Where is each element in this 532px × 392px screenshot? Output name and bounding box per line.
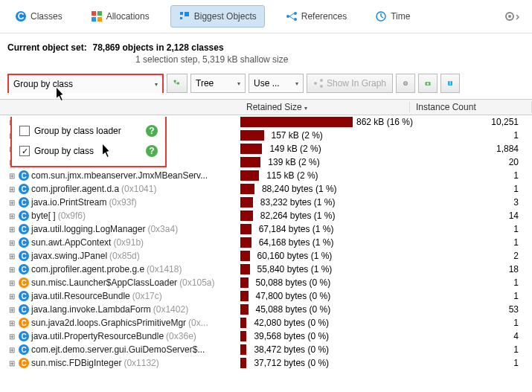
tab-classes[interactable]: CClasses xyxy=(7,6,70,27)
expand-icon[interactable]: ⊞ xyxy=(7,279,16,287)
size-text: 39,568 bytes (0 %) xyxy=(249,331,329,341)
address: (0x9f6) xyxy=(58,211,86,221)
summary-panel: Current object set: 78,869 objects in 2,… xyxy=(0,33,532,68)
table-row[interactable]: ⊞Ccom.jprofiler.agent.probe.g.e (0x1418)… xyxy=(0,263,532,276)
class-name: java.util.ResourceBundle xyxy=(31,291,130,301)
chevron-down-icon: ▾ xyxy=(237,80,240,87)
tab-allocations[interactable]: Allocations xyxy=(83,6,157,27)
instance-count: 1 xyxy=(410,358,532,368)
dropdown-item-class[interactable]: ✓ Group by class ? xyxy=(13,141,164,161)
instance-count: 1,884 xyxy=(410,144,532,154)
info-button[interactable]: i xyxy=(440,74,460,93)
size-text: 45,088 bytes (0 %) xyxy=(251,304,331,315)
settings-button[interactable] xyxy=(504,10,525,22)
svg-point-27 xyxy=(405,83,406,84)
table-row[interactable]: ⊞Cbyte[ ] (0x9f6)82,264 bytes (1 %)14 xyxy=(0,209,532,222)
table-row[interactable]: ⊞Csun.awt.AppContext (0x91b)64,168 bytes… xyxy=(0,236,532,249)
expand-icon[interactable]: ⊞ xyxy=(7,292,16,301)
table-row[interactable]: ⊞Cjava.io.PrintStream (0x93f)83,232 byte… xyxy=(0,196,532,209)
address: (0x105a) xyxy=(179,277,214,288)
snapshot-button[interactable] xyxy=(418,74,438,93)
table-row[interactable]: ⊞Csun.misc.FDBigInteger (0x1132)37,712 b… xyxy=(0,356,532,370)
tree-view-icon-button[interactable] xyxy=(167,74,188,93)
class-name: com.jprofiler.agent.probe.g.e xyxy=(31,264,144,274)
svg-rect-2 xyxy=(92,11,96,16)
size-text: 88,240 bytes (1 %) xyxy=(257,184,337,194)
class-name: sun.awt.AppContext xyxy=(31,237,111,248)
table-row[interactable]: ⊞Cjava.util.PropertyResourceBundle (0x36… xyxy=(0,330,532,343)
size-bar xyxy=(240,130,264,141)
svg-point-29 xyxy=(427,83,429,85)
table-row[interactable]: ⊞Cjava.util.logging.LogManager (0x3a4)67… xyxy=(0,222,532,236)
table-row[interactable]: ⊞Cjavax.swing.JPanel (0x85d)60,160 bytes… xyxy=(0,249,532,263)
class-name: com.jprofiler.agent.d.a xyxy=(31,184,119,194)
toolbar: Group by class▾ Tree▾ Use ...▾ Show In G… xyxy=(0,68,532,99)
class-name: java.io.PrintStream xyxy=(31,197,106,208)
class-icon: C xyxy=(19,184,29,194)
expand-icon[interactable]: ⊞ xyxy=(7,359,16,367)
expand-icon[interactable]: ⊞ xyxy=(7,172,16,180)
expand-icon[interactable]: ⊞ xyxy=(7,266,16,274)
size-text: 37,712 bytes (0 %) xyxy=(249,358,329,368)
table-row[interactable]: ⊞Cjava.lang.invoke.LambdaForm (0x1402)45… xyxy=(0,303,532,316)
table-row[interactable]: ⊞Csun.misc.Launcher$AppClassLoader (0x10… xyxy=(0,276,532,289)
size-bar xyxy=(240,304,249,315)
tab-classes-label: Classes xyxy=(31,11,63,22)
table-row[interactable]: ⊞Cjava.util.ResourceBundle (0x17c)47,800… xyxy=(0,289,532,303)
table-row[interactable]: ⊞Ccom.sun.jmx.mbeanserver.JmxMBeanServ..… xyxy=(0,169,532,182)
expand-icon[interactable]: ⊞ xyxy=(7,185,16,193)
tab-time[interactable]: Time xyxy=(368,6,417,27)
tab-references[interactable]: References xyxy=(278,6,354,27)
size-bar xyxy=(240,117,353,127)
size-bar xyxy=(240,251,250,261)
size-bar xyxy=(240,291,249,301)
address: (0x1402) xyxy=(153,304,188,315)
group-by-combo[interactable]: Group by class▾ xyxy=(7,74,164,93)
instance-count: 4 xyxy=(410,331,532,341)
tab-biggest-objects[interactable]: Biggest Objects xyxy=(170,5,265,28)
help-icon[interactable]: ? xyxy=(146,125,158,137)
expand-icon[interactable]: ⊞ xyxy=(7,319,16,327)
instance-count: 3 xyxy=(410,197,532,208)
size-bar xyxy=(240,184,254,194)
expand-icon[interactable]: ⊞ xyxy=(7,239,16,247)
use-combo[interactable]: Use ...▾ xyxy=(249,74,304,93)
expand-icon[interactable]: ⊞ xyxy=(7,199,16,207)
size-bar xyxy=(240,197,253,208)
help-icon[interactable]: ? xyxy=(146,145,158,157)
col-instance-count[interactable]: Instance Count xyxy=(410,102,532,112)
expand-icon[interactable]: ⊞ xyxy=(7,332,16,341)
expand-icon[interactable]: ⊞ xyxy=(7,346,16,354)
class-icon: C xyxy=(19,358,29,368)
expand-icon[interactable]: ⊞ xyxy=(7,252,16,260)
table-row[interactable]: ⊞Ccom.jprofiler.agent.d.a (0x1041)88,240… xyxy=(0,182,532,196)
instance-count: 1 xyxy=(410,318,532,328)
instance-count: 20 xyxy=(410,157,532,167)
size-text: 50,088 bytes (0 %) xyxy=(251,277,331,288)
sort-desc-icon: ▾ xyxy=(304,105,307,112)
svg-point-11 xyxy=(294,18,297,21)
instance-count: 1 xyxy=(410,237,532,248)
svg-rect-4 xyxy=(92,17,96,22)
instance-count: 1 xyxy=(410,344,532,355)
checkbox-icon xyxy=(19,126,30,136)
col-retained-size[interactable]: Retained Size ▾ xyxy=(240,102,410,112)
gear-button[interactable] xyxy=(396,74,415,93)
table-row[interactable]: ⊞Ccom.ejt.demo.server.gui.GuiDemoServer$… xyxy=(0,343,532,356)
tree-combo[interactable]: Tree▾ xyxy=(190,74,246,93)
svg-point-25 xyxy=(320,85,323,88)
size-text: 67,184 bytes (1 %) xyxy=(254,224,334,234)
table-row[interactable]: ⊞Csun.java2d.loops.GraphicsPrimitiveMgr … xyxy=(0,316,532,330)
classes-icon: C xyxy=(15,10,27,22)
class-icon: C xyxy=(19,211,29,221)
expand-icon[interactable]: ⊞ xyxy=(7,225,16,234)
class-name: java.lang.invoke.LambdaForm xyxy=(31,304,151,315)
show-in-graph-button[interactable]: Show In Graph xyxy=(307,74,393,93)
address: (0x93f) xyxy=(109,197,136,208)
expand-icon[interactable]: ⊞ xyxy=(7,306,16,314)
class-name: sun.misc.FDBigInteger xyxy=(31,358,121,368)
dropdown-item-class-loader[interactable]: Group by class loader ? xyxy=(13,121,164,141)
expand-icon[interactable]: ⊞ xyxy=(7,212,16,220)
class-icon: C xyxy=(19,197,29,208)
svg-rect-7 xyxy=(185,12,189,16)
